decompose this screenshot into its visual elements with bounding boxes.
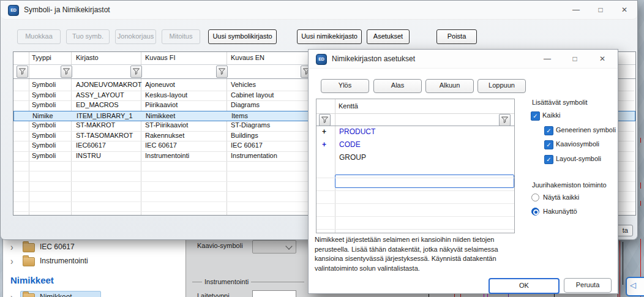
field-row[interactable]: +PRODUCT (316, 126, 514, 138)
field-label: GROUP (339, 153, 366, 162)
folder-icon (23, 243, 35, 252)
radio-hakun-ytt[interactable] (531, 208, 539, 216)
expand-chevron-icon[interactable]: › (10, 291, 13, 297)
checkbox-label: Layout-symboli (556, 155, 601, 162)
dialog-title: Nimikekirjaston asetukset (332, 55, 415, 63)
window-title: Symboli- ja Nimikekirjastot (24, 6, 110, 14)
toolbar-button-jonokorjaus: Jonokorjaus (115, 29, 156, 44)
table-cell: Instrumentation (231, 152, 310, 159)
table-cell: Nimike (32, 112, 69, 119)
checkbox-label: Kaikki (542, 111, 560, 119)
minimize-button[interactable]: — (564, 1, 588, 18)
chevron-down-icon (285, 242, 292, 249)
library-tree-panel: ›IEC 60617›Instrumentointi Nimikkeet › N… (2, 239, 186, 297)
table-cell: Instrumentointi (145, 152, 228, 159)
table-cell: ASSY_LAYOUT (76, 91, 143, 99)
table-cell: ITEM_LIBRARY_1 (77, 112, 144, 119)
nav-button-yl-s[interactable]: Ylös (321, 79, 369, 93)
checkbox-kaikki[interactable]: ✓ (531, 111, 540, 121)
radio-label: Näytä kaikki (543, 194, 579, 201)
toolbar-button-tuo-symb: Tuo symb. (66, 29, 110, 44)
column-divider (335, 99, 335, 233)
nav-button-alkuun[interactable]: Alkuun (425, 79, 474, 93)
close-button[interactable]: ✕ (612, 1, 637, 18)
table-cell: ST-TASOMAKROT (76, 132, 143, 139)
dialog-titlebar[interactable]: ED Nimikekirjaston asetukset — □ ✕ (309, 50, 618, 69)
device-type-input[interactable] (252, 290, 296, 297)
header-divider (316, 113, 514, 114)
empty-grid-line (316, 203, 514, 204)
tree-item-label: IEC 60617 (40, 242, 75, 251)
filter-funnel-icon[interactable] (17, 66, 28, 78)
tree-item-label: Instrumentointi (40, 257, 88, 265)
table-cell: Symboli (32, 141, 69, 149)
column-header-kuvaus-fi: Kuvaus FI (145, 54, 176, 61)
checkbox-kaaviosymboli[interactable]: ✓ (544, 140, 553, 149)
table-cell: Symboli (32, 81, 69, 88)
table-cell: ST-Piirikaaviot (145, 121, 228, 129)
device-type-label: Laitetyyppi (197, 292, 230, 297)
expand-chevron-icon[interactable]: › (10, 255, 13, 266)
dialog-description: Nimikkeet järjestetään selaimen eri kans… (315, 235, 527, 273)
table-cell: Symboli (32, 152, 69, 159)
cancel-button[interactable]: Peruuta (564, 278, 612, 293)
nav-button-alas[interactable]: Alas (373, 79, 422, 93)
field-row[interactable]: GROUP (316, 151, 514, 164)
table-cell: Piirikaaviot (145, 101, 228, 108)
cad-arrow-button[interactable]: ◁ (626, 277, 644, 296)
field-row[interactable]: +CODE (316, 138, 514, 151)
table-cell: ST-Diagrams (231, 121, 310, 129)
filter-funnel-icon[interactable] (319, 114, 331, 126)
diagram-symbol-combobox[interactable] (252, 240, 296, 254)
empty-grid-line (316, 178, 514, 178)
table-cell: Symboli (32, 132, 69, 139)
toolbar-button-uusi-symbolikirjasto[interactable]: Uusi symbolikirjasto (208, 29, 277, 44)
dialog-minimize-button[interactable]: — (535, 50, 560, 67)
expand-chevron-icon[interactable]: › (10, 241, 13, 252)
toolbar-button-muokkaa: Muokkaa (17, 29, 61, 44)
toolbar-button-uusi-nimikekirjasto[interactable]: Uusi nimikekirjasto (297, 29, 362, 44)
tree-section-heading: Nimikkeet (10, 275, 54, 285)
table-cell: Rakennukset (145, 132, 228, 139)
table-cell: Ajoneuvot (145, 81, 228, 88)
folder-icon (23, 293, 35, 297)
table-cell: IEC 60617 (231, 141, 310, 149)
filter-funnel-icon[interactable] (216, 66, 228, 78)
table-cell: Cabinet layout (231, 91, 310, 99)
field-label: CODE (339, 140, 361, 149)
main-titlebar[interactable]: ED Symboli- ja Nimikekirjastot — □ ✕ (1, 1, 637, 20)
checkbox-layout-symboli[interactable]: ✓ (544, 155, 553, 164)
table-cell: Symboli (32, 101, 69, 108)
cad-red-line (620, 241, 620, 297)
dialog-close-button[interactable]: ✕ (590, 50, 615, 67)
field-column-header: Kenttä (339, 102, 358, 110)
nav-button-loppuun[interactable]: Loppuun (477, 79, 526, 93)
radio-label: Hakunäyttö (543, 208, 577, 215)
tree-item-instrumentointi[interactable]: ›Instrumentointi (3, 255, 186, 269)
toolbar-button-poista[interactable]: Poista (436, 29, 477, 44)
cad-black-line (623, 242, 623, 285)
app-logo-icon: ED (316, 54, 327, 65)
table-cell: Symboli (32, 121, 69, 129)
dialog-maximize-button[interactable]: □ (563, 50, 587, 67)
tree-item-iec-60617[interactable]: ›IEC 60617 (3, 241, 186, 255)
checkbox-geneerinen-symboli[interactable]: ✓ (544, 126, 553, 135)
table-cell: ST-MAKROT (76, 121, 143, 129)
filter-funnel-icon[interactable] (499, 114, 511, 126)
field-table: Kenttä +PRODUCT+CODEGROUP (316, 99, 515, 233)
filter-funnel-icon[interactable] (61, 66, 72, 78)
ok-button[interactable]: OK (489, 278, 560, 294)
table-cell: IEC 60617 (145, 141, 228, 149)
triangle-left-icon: ◁ (630, 280, 636, 290)
table-cell: Keskus-layout (145, 91, 228, 99)
table-cell: AJONEUVOMAKROT (76, 81, 143, 88)
radio-n-yt-kaikki[interactable] (531, 194, 539, 201)
toolbar-button-asetukset[interactable]: Asetukset (367, 29, 410, 44)
cad-red-mark (640, 201, 641, 206)
folder-icon (23, 257, 35, 266)
filter-funnel-icon[interactable] (130, 66, 142, 78)
tree-item-selected-partial[interactable]: › Nimikkeet (3, 291, 186, 297)
cad-red-mark (640, 182, 641, 189)
maximize-button[interactable]: □ (588, 1, 613, 18)
table-cell: Symboli (32, 91, 69, 99)
